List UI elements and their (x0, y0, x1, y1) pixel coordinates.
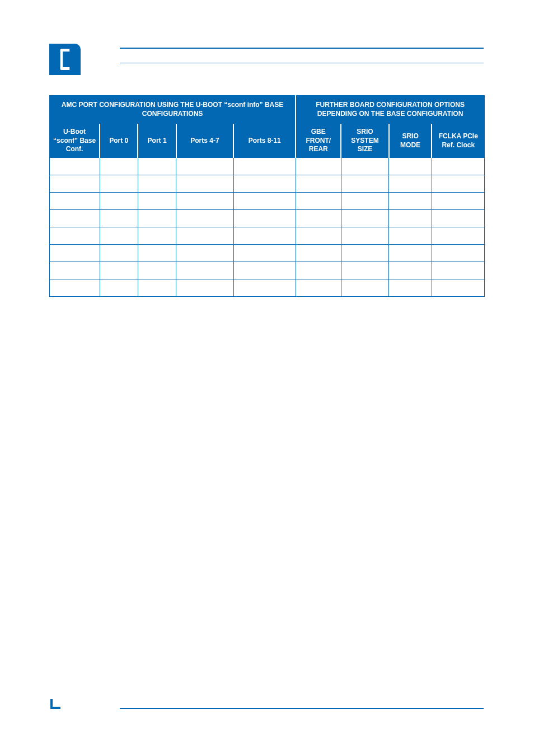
cell (296, 262, 341, 279)
table-row (50, 262, 485, 279)
cell (341, 279, 388, 296)
cell (176, 262, 233, 279)
col-port-0: Port 0 (100, 124, 138, 158)
cell (296, 175, 341, 192)
cell (138, 209, 176, 227)
cell (432, 262, 484, 279)
table-body (50, 157, 485, 296)
col-port-1: Port 1 (138, 124, 176, 158)
cell (296, 157, 341, 175)
cell (138, 175, 176, 192)
cell (50, 157, 100, 175)
cell (176, 244, 233, 262)
cell (296, 279, 341, 296)
cell (100, 227, 138, 244)
table-header-sub-row: U-Boot “sconf” Base Conf. Port 0 Port 1 … (50, 124, 485, 158)
cell (389, 157, 432, 175)
cell (389, 192, 432, 209)
cell (100, 209, 138, 227)
col-fclka-pcie-ref-clock: FCLKA PCIe Ref. Clock (432, 124, 484, 158)
cell (138, 262, 176, 279)
cell (233, 244, 296, 262)
cell (176, 192, 233, 209)
table-row (50, 209, 485, 227)
cell (176, 175, 233, 192)
cell (138, 227, 176, 244)
col-group-right: FURTHER BOARD CONFIGURATION OPTIONS DEPE… (296, 95, 484, 124)
cell (296, 244, 341, 262)
cell (432, 175, 484, 192)
cell (389, 279, 432, 296)
config-table: AMC PORT CONFIGURATION USING THE U-BOOT … (49, 94, 485, 297)
cell (100, 175, 138, 192)
cell (233, 209, 296, 227)
cell (389, 262, 432, 279)
cell (432, 157, 484, 175)
cell (176, 157, 233, 175)
cell (296, 227, 341, 244)
col-srio-system-size: SRIO SYSTEM SIZE (341, 124, 388, 158)
footer-rule (120, 708, 484, 709)
cell (50, 244, 100, 262)
cell (341, 209, 388, 227)
cell (176, 279, 233, 296)
table-row (50, 175, 485, 192)
col-ports-4-7: Ports 4-7 (176, 124, 233, 158)
brand-logo (49, 44, 81, 75)
col-uboot-base-conf: U-Boot “sconf” Base Conf. (50, 124, 100, 158)
table-row (50, 279, 485, 296)
cell (389, 175, 432, 192)
cell (432, 227, 484, 244)
cell (341, 192, 388, 209)
cell (176, 227, 233, 244)
cell (432, 244, 484, 262)
cell (176, 209, 233, 227)
cell (50, 175, 100, 192)
cell (50, 227, 100, 244)
cell (138, 279, 176, 296)
footer-corner-mark (50, 675, 60, 709)
cell (50, 192, 100, 209)
cell (233, 192, 296, 209)
cell (341, 175, 388, 192)
col-ports-8-11: Ports 8-11 (233, 124, 296, 158)
cell (233, 227, 296, 244)
cell (100, 157, 138, 175)
col-group-left: AMC PORT CONFIGURATION USING THE U-BOOT … (50, 95, 296, 124)
col-gbe-front-rear: GBE FRONT/ REAR (296, 124, 341, 158)
table-row (50, 192, 485, 209)
cell (389, 244, 432, 262)
table-row (50, 227, 485, 244)
header-rule-thick (120, 48, 484, 49)
cell (233, 262, 296, 279)
cell (296, 192, 341, 209)
cell (233, 157, 296, 175)
cell (341, 244, 388, 262)
cell (389, 227, 432, 244)
cell (100, 192, 138, 209)
cell (233, 175, 296, 192)
cell (341, 227, 388, 244)
col-srio-mode: SRIO MODE (389, 124, 432, 158)
cell (432, 192, 484, 209)
cell (138, 192, 176, 209)
cell (100, 279, 138, 296)
table-header-group-row: AMC PORT CONFIGURATION USING THE U-BOOT … (50, 95, 485, 124)
cell (138, 157, 176, 175)
cell (432, 279, 484, 296)
cell (341, 262, 388, 279)
cell (50, 209, 100, 227)
cell (296, 209, 341, 227)
cell (100, 262, 138, 279)
cell (100, 244, 138, 262)
cell (341, 157, 388, 175)
cell (50, 262, 100, 279)
table-row (50, 244, 485, 262)
cell (50, 279, 100, 296)
table-row (50, 157, 485, 175)
cell (233, 279, 296, 296)
cell (432, 209, 484, 227)
cell (138, 244, 176, 262)
header-rule-thin (120, 63, 484, 63)
main-content: AMC PORT CONFIGURATION USING THE U-BOOT … (49, 94, 485, 297)
